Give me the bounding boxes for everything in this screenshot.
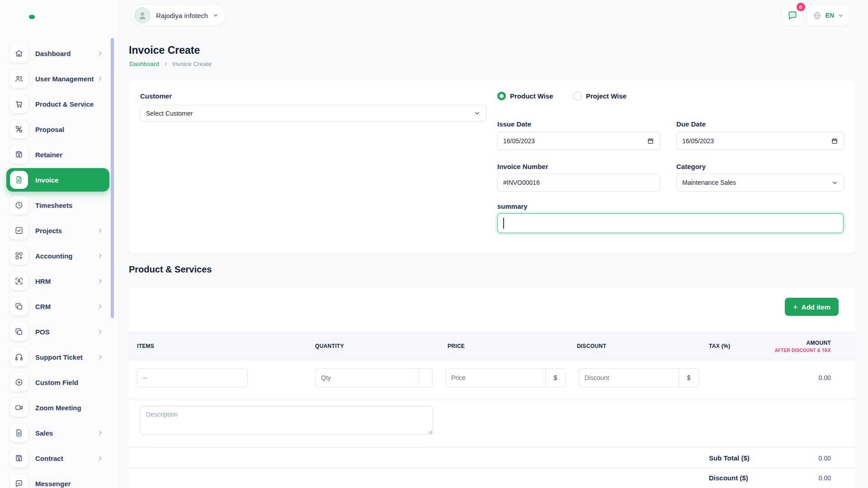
chat-icon (10, 474, 28, 488)
breadcrumb-current: Invoice Create (172, 61, 212, 67)
chat-bubble-icon (787, 10, 798, 21)
category-select[interactable]: Maintenance Sales (676, 174, 844, 192)
floppy-icon (10, 449, 28, 467)
invoice-number-label: Invoice Number (497, 163, 548, 170)
company-avatar (134, 7, 151, 23)
summary-textarea[interactable] (497, 213, 844, 233)
clock-icon (10, 196, 28, 214)
stacked-squares-icon (10, 323, 28, 341)
chevron-right-icon (98, 455, 103, 461)
chevron-right-icon (98, 76, 103, 81)
col-header-tax: TAX (%) (709, 332, 730, 361)
chevron-down-icon (831, 179, 838, 186)
col-header-items: ITEMS (137, 332, 154, 361)
chevron-right-icon (98, 253, 103, 258)
totals-section: Sub Total ($) 0.00 Discount ($) 0.00 (128, 447, 856, 487)
product-wise-radio[interactable]: Product Wise (497, 92, 553, 100)
quantity-suffix (419, 369, 432, 387)
customer-label: Customer (140, 92, 172, 100)
sidebar-item-dashboard[interactable]: Dashboard (6, 42, 109, 65)
company-name: Rajodiya infotech (156, 12, 208, 19)
file-icon (10, 424, 28, 442)
messages-button[interactable]: 0 (783, 5, 802, 25)
plus-circle-icon (10, 373, 28, 391)
sidebar-item-product-service[interactable]: Product & Service (6, 92, 109, 116)
quantity-input[interactable] (316, 369, 419, 387)
due-date-label: Due Date (676, 120, 706, 128)
chevron-down-icon (838, 13, 844, 19)
page-title: Invoice Create (129, 44, 200, 56)
invoice-number-input[interactable] (497, 174, 660, 192)
sidebar-item-proposal[interactable]: Proposal (6, 117, 109, 141)
chevron-right-icon (98, 228, 103, 233)
logo-dot (29, 15, 35, 19)
cart-icon (10, 95, 28, 113)
issue-date-label: Issue Date (497, 120, 531, 128)
sidebar-item-pos[interactable]: POS (6, 320, 109, 343)
description-section (128, 399, 856, 399)
due-date-input[interactable]: 16/05/2023 (676, 132, 844, 150)
products-table-card: + Add item ITEMS QUANTITY PRICE DISCOUNT… (128, 287, 856, 488)
sidebar-item-invoice[interactable]: Invoice (6, 168, 109, 192)
proposal-icon (10, 120, 28, 138)
topbar-actions: 0 EN (783, 5, 849, 25)
users-icon (10, 70, 28, 88)
chevron-right-icon (98, 329, 103, 334)
quantity-input-group (315, 368, 433, 387)
sidebar-item-contract[interactable]: Contract (6, 446, 109, 470)
discount-input[interactable] (579, 369, 679, 387)
video-icon (10, 399, 28, 417)
description-textarea[interactable] (140, 406, 433, 435)
floppy-icon (10, 145, 28, 164)
table-header-row: ITEMS QUANTITY PRICE DISCOUNT TAX (%) AM… (128, 332, 856, 361)
globe-icon (812, 11, 822, 20)
person-target-icon (10, 272, 28, 290)
invoice-form-card: Customer Select Customer Product Wise Pr… (128, 80, 856, 253)
headphones-icon (10, 348, 28, 366)
file-invoice-icon (10, 171, 28, 189)
calendar-icon (647, 137, 654, 145)
sidebar-item-projects[interactable]: Projects (6, 219, 109, 242)
sidebar-item-accounting[interactable]: Accounting (6, 244, 109, 267)
item-select[interactable]: -- (137, 368, 248, 387)
sidebar-item-sales[interactable]: Sales (6, 421, 109, 445)
sidebar-item-retainer[interactable]: Retainer (6, 143, 109, 166)
issue-date-input[interactable]: 16/05/2023 (497, 132, 660, 150)
sidebar-item-hrm[interactable]: HRM (6, 269, 109, 293)
price-currency-suffix: $ (545, 369, 565, 387)
col-header-discount: DISCOUNT (577, 332, 606, 361)
language-selector[interactable]: EN (807, 5, 849, 25)
sidebar-item-timesheets[interactable]: Timesheets (6, 193, 109, 217)
category-label: Category (676, 163, 706, 170)
language-code: EN (826, 12, 834, 19)
company-selector[interactable]: Rajodiya infotech (132, 5, 225, 25)
sidebar-item-crm[interactable]: CRM (6, 295, 109, 318)
sidebar-item-messenger[interactable]: Messenger (6, 472, 109, 488)
sidebar-item-support-ticket[interactable]: Support Ticket (6, 345, 109, 369)
chevron-right-icon (98, 354, 103, 360)
customer-select[interactable]: Select Customer (140, 105, 486, 122)
summary-label: summary (497, 202, 528, 210)
messages-badge: 0 (797, 3, 805, 11)
grid-plus-icon (10, 247, 28, 265)
col-header-price: PRICE (448, 332, 465, 361)
sidebar-scrollbar[interactable] (111, 38, 114, 318)
price-input[interactable] (446, 369, 545, 387)
sidebar-item-custom-field[interactable]: Custom Field (6, 371, 109, 394)
chevron-right-icon (98, 430, 103, 436)
item-row: -- $ $ 0.00 (128, 361, 856, 399)
add-item-button[interactable]: + Add item (785, 298, 839, 316)
col-header-quantity: QUANTITY (315, 332, 344, 361)
sidebar-item-user-management[interactable]: User Management (6, 67, 109, 90)
amount-subheader: AFTER DISCOUNT & TAX (775, 348, 831, 353)
sidebar-item-zoom-meeting[interactable]: Zoom Meeting (6, 396, 109, 419)
breadcrumb-dashboard-link[interactable]: Dashboard (129, 61, 159, 67)
chevron-down-icon (212, 12, 219, 19)
project-wise-radio[interactable]: Project Wise (573, 92, 627, 100)
calendar-icon (831, 137, 838, 145)
app-window: DASH Rajodiya infotech 0 EN Dashboa (0, 0, 868, 488)
chevron-right-icon (98, 51, 103, 56)
chevron-down-icon (474, 110, 481, 117)
discount-input-group: $ (579, 368, 699, 387)
plus-icon: + (793, 303, 798, 311)
